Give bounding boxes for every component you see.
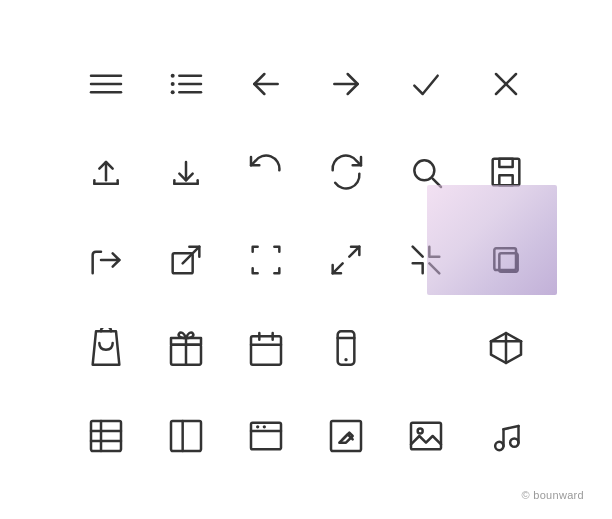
table-icon [66,392,146,480]
arrow-right-icon [306,40,386,128]
edit-icon [306,392,386,480]
svg-rect-46 [171,421,201,451]
browser-icon [226,392,306,480]
refresh-ccw-icon [306,128,386,216]
external-link-icon [146,216,226,304]
svg-rect-48 [251,422,281,449]
gift-icon [146,304,226,392]
svg-rect-53 [411,422,441,449]
svg-point-39 [344,358,347,361]
svg-point-7 [171,82,175,86]
svg-rect-33 [251,336,281,364]
svg-point-54 [418,428,423,433]
watermark-text: © bounward [522,489,584,501]
hamburger-menu-icon [66,40,146,128]
calendar-icon [226,304,306,392]
svg-point-50 [256,425,259,428]
getty-watermark-bg [427,185,557,295]
refresh-cw-icon [226,128,306,216]
svg-line-26 [413,246,423,256]
list-icon [146,40,226,128]
svg-rect-20 [499,158,512,166]
arrow-left-icon [226,40,306,128]
expand-icon [306,216,386,304]
panel-icon [146,392,226,480]
svg-rect-42 [91,421,121,451]
svg-rect-19 [493,158,520,185]
music-icon [466,392,546,480]
svg-line-59 [504,426,519,429]
share-icon [66,216,146,304]
svg-point-17 [414,160,434,180]
image-icon [386,392,466,480]
frame-icon [226,216,306,304]
download-icon [146,128,226,216]
mobile-icon [306,304,386,392]
svg-line-24 [349,246,359,256]
box-3d-icon [466,304,546,392]
svg-point-6 [171,73,175,77]
svg-rect-21 [499,175,512,185]
checkmark-icon [386,40,466,128]
svg-point-51 [263,425,266,428]
upload-icon [66,128,146,216]
placeholder-icon [386,304,466,392]
svg-line-23 [183,246,200,263]
close-icon [466,40,546,128]
svg-line-25 [333,263,343,273]
shopping-bag-icon [66,304,146,392]
svg-point-8 [171,90,175,94]
